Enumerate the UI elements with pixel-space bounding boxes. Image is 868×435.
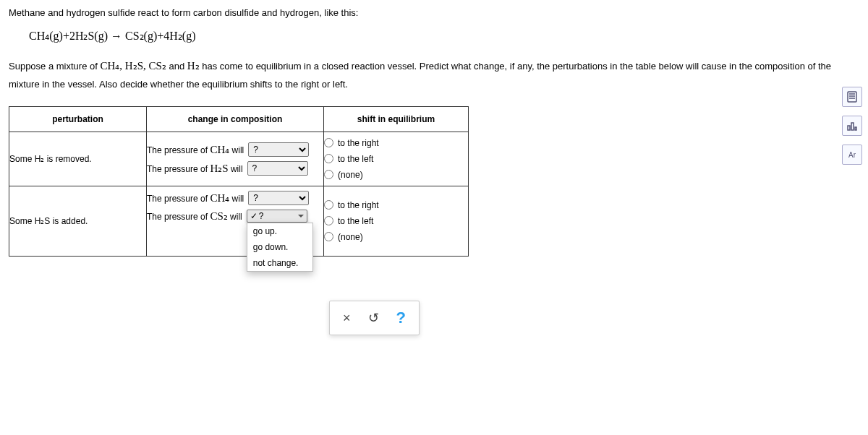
change-cell: The pressure of CH₄ will ? The pressure … [147, 132, 324, 186]
shift-cell: to the right to the left (none) [324, 132, 469, 186]
svg-rect-0 [848, 92, 856, 102]
close-button[interactable]: × [343, 311, 351, 326]
side-toolbar: Ar [842, 87, 862, 165]
change-select-h2s-row1[interactable]: ? [247, 161, 308, 176]
bars-icon[interactable] [842, 116, 862, 136]
change-label: The pressure of H₂S will [147, 162, 243, 175]
shift-option-none[interactable]: (none) [324, 232, 468, 242]
header-change: change in composition [147, 106, 324, 132]
calculator-icon[interactable] [842, 87, 862, 107]
reset-button[interactable]: ↺ [368, 310, 379, 326]
dropdown-option[interactable]: go down. [247, 239, 312, 255]
dropdown-option[interactable]: go up. [247, 223, 312, 239]
action-bar: × ↺ ? [329, 301, 420, 335]
perturbation-cell: Some H₂S is added. [9, 186, 147, 256]
shift-option-left[interactable]: to the left [324, 154, 468, 164]
change-select-ch4-row1[interactable]: ? [248, 142, 309, 157]
reaction-equation: CH₄(g)+2H₂S(g) → CS₂(g)+4H₂(g) [29, 27, 859, 46]
header-perturbation: perturbation [9, 106, 147, 132]
shift-cell: to the right to the left (none) [324, 186, 469, 256]
intro-block: Methane and hydrogen sulfide react to fo… [9, 6, 859, 45]
table-row: Some H₂S is added. The pressure of CH₄ w… [9, 186, 469, 256]
change-cell: The pressure of CH₄ will ? The pressure … [147, 186, 324, 256]
shift-option-left[interactable]: to the left [324, 216, 468, 226]
change-label: The pressure of CH₄ will [147, 143, 244, 156]
header-shift: shift in equilibrium [324, 106, 469, 132]
table-row: Some H₂ is removed. The pressure of CH₄ … [9, 132, 469, 186]
help-button[interactable]: ? [396, 309, 406, 327]
svg-rect-5 [851, 123, 854, 130]
svg-rect-6 [855, 127, 856, 130]
dropdown-option[interactable]: not change. [247, 255, 312, 271]
change-select-cs2-row2[interactable]: ✓? go up. go down. not change. [247, 210, 307, 223]
intro-text: Methane and hydrogen sulfide react to fo… [9, 6, 859, 21]
problem-statement: Suppose a mixture of CH₄, H₂S, CS₂ and H… [9, 56, 859, 92]
equilibrium-table: perturbation change in composition shift… [9, 106, 469, 257]
dropdown-button[interactable]: ✓? [247, 210, 307, 223]
shift-option-right[interactable]: to the right [324, 200, 468, 210]
change-label: The pressure of CH₄ will [147, 191, 244, 204]
dropdown-list: go up. go down. not change. [247, 223, 313, 272]
svg-rect-4 [848, 126, 850, 130]
perturbation-cell: Some H₂ is removed. [9, 132, 147, 186]
shift-option-right[interactable]: to the right [324, 138, 468, 148]
shift-option-none[interactable]: (none) [324, 170, 468, 180]
change-select-ch4-row2[interactable]: ? [248, 191, 309, 205]
change-label: The pressure of CS₂ will [147, 210, 242, 223]
periodic-table-icon[interactable]: Ar [842, 145, 862, 165]
